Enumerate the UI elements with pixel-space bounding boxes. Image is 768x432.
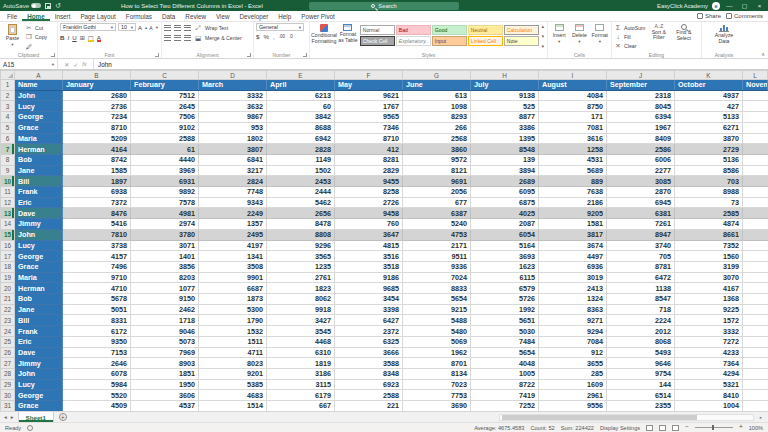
cell-H26[interactable]: 5654 (471, 347, 539, 358)
cell-F28[interactable]: 8348 (335, 368, 403, 379)
cell-A26[interactable]: Dave (15, 347, 63, 358)
merge-center-icon[interactable]: ⬓ (194, 34, 202, 42)
new-sheet-button[interactable]: + (59, 413, 67, 421)
cell-E14[interactable]: 8478 (267, 219, 335, 230)
formula-input[interactable]: John (94, 59, 768, 69)
zoom-slider-knob[interactable] (712, 425, 714, 430)
decrease-decimal-button[interactable]: .0 (289, 34, 293, 39)
cell-F8[interactable]: 8281 (335, 154, 403, 165)
cell-J23[interactable]: 2224 (607, 315, 675, 326)
sheet-nav-right-icon[interactable]: ▸ (11, 414, 14, 420)
comments-button[interactable]: Comments (726, 13, 763, 19)
cell-J18[interactable]: 8781 (607, 261, 675, 272)
font-dialog-launcher[interactable] (155, 53, 159, 57)
cell-E5[interactable]: 8688 (267, 122, 335, 133)
cell-I19[interactable]: 3019 (539, 272, 607, 283)
cell-L26[interactable] (743, 347, 768, 358)
bold-button[interactable]: B (60, 34, 64, 41)
cell-E10[interactable]: 2453 (267, 176, 335, 187)
cell-A4[interactable]: George (15, 112, 63, 123)
cell-A1[interactable]: Name (15, 80, 63, 91)
cell-B7[interactable]: 4164 (63, 144, 131, 155)
cell-H21[interactable]: 5726 (471, 294, 539, 305)
font-size-select[interactable]: 10▾ (118, 23, 136, 31)
find-select-button[interactable]: Find & Select (672, 23, 695, 51)
fill-button[interactable]: ↓Fill (614, 33, 645, 41)
font-color-button[interactable]: A (97, 34, 101, 42)
cell-D26[interactable]: 4711 (199, 347, 267, 358)
cell-D25[interactable]: 1511 (199, 336, 267, 347)
row-header-30[interactable]: 30 (1, 390, 15, 401)
cell-F10[interactable]: 9455 (335, 176, 403, 187)
ribbon-tab-home[interactable]: Home (22, 11, 50, 21)
row-header-21[interactable]: 21 (1, 294, 15, 305)
sheet-nav-left-icon[interactable]: ◂ (4, 414, 7, 420)
ribbon-tab-data[interactable]: Data (157, 11, 180, 21)
row-header-19[interactable]: 19 (1, 272, 15, 283)
cell-A23[interactable]: Bill (15, 315, 63, 326)
row-header-3[interactable]: 3 (1, 101, 15, 112)
align-right-icon[interactable] (184, 35, 191, 41)
column-header-f[interactable]: F (335, 71, 403, 80)
cell-L1[interactable]: November (743, 80, 768, 91)
cell-style-good[interactable]: Good (432, 25, 467, 35)
cell-C20[interactable]: 1077 (131, 283, 199, 294)
cell-K11[interactable]: 8988 (675, 187, 743, 198)
cell-I17[interactable]: 4497 (539, 251, 607, 262)
cell-D12[interactable]: 9343 (199, 197, 267, 208)
cell-B10[interactable]: 1897 (63, 176, 131, 187)
cell-K17[interactable]: 1560 (675, 251, 743, 262)
row-header-14[interactable]: 14 (1, 219, 15, 230)
close-button[interactable]: × (754, 0, 765, 11)
cell-E6[interactable]: 6942 (267, 133, 335, 144)
cell-D28[interactable]: 9201 (199, 368, 267, 379)
cell-K27[interactable]: 7364 (675, 358, 743, 369)
ribbon-tab-formulas[interactable]: Formulas (121, 11, 157, 21)
cell-J13[interactable]: 6381 (607, 208, 675, 219)
share-button[interactable]: Share (697, 13, 721, 19)
cell-B12[interactable]: 7372 (63, 197, 131, 208)
merge-center-button[interactable]: Merge & Center (205, 35, 242, 41)
cell-B18[interactable]: 7496 (63, 261, 131, 272)
cell-L11[interactable] (743, 187, 768, 198)
cell-J20[interactable]: 1138 (607, 283, 675, 294)
cell-A8[interactable]: Bob (15, 154, 63, 165)
cell-D22[interactable]: 5300 (199, 304, 267, 315)
cell-D5[interactable]: 953 (199, 122, 267, 133)
clear-button[interactable]: ✕Clear (614, 42, 645, 50)
scroll-right-icon[interactable]: ▸ (760, 415, 762, 420)
cell-E22[interactable]: 9918 (267, 304, 335, 315)
cell-A14[interactable]: Jimmy (15, 219, 63, 230)
cell-A27[interactable]: Jimmy (15, 358, 63, 369)
horizontal-scrollbar[interactable] (499, 414, 754, 421)
cell-E7[interactable]: 2828 (267, 144, 335, 155)
cell-K31[interactable]: 1004 (675, 401, 743, 411)
cell-J28[interactable]: 9754 (607, 368, 675, 379)
display-settings-button[interactable]: Display Settings (600, 425, 640, 431)
cell-I20[interactable]: 2413 (539, 283, 607, 294)
cell-D6[interactable]: 1802 (199, 133, 267, 144)
cell-C4[interactable]: 7506 (131, 112, 199, 123)
zoom-in-icon[interactable]: + (739, 424, 743, 431)
cell-J8[interactable]: 6006 (607, 154, 675, 165)
cell-C24[interactable]: 9046 (131, 326, 199, 337)
column-header-k[interactable]: K (675, 71, 743, 80)
cell-C23[interactable]: 1718 (131, 315, 199, 326)
cell-F23[interactable]: 6427 (335, 315, 403, 326)
cell-I18[interactable]: 6936 (539, 261, 607, 272)
cell-K22[interactable]: 9225 (675, 304, 743, 315)
conditional-formatting-button[interactable]: Conditional Formatting (312, 23, 336, 51)
name-box[interactable]: A15 ▾ (0, 59, 58, 69)
row-header-16[interactable]: 16 (1, 240, 15, 251)
cell-C25[interactable]: 5073 (131, 336, 199, 347)
cell-K9[interactable]: 8586 (675, 165, 743, 176)
cell-C13[interactable]: 4981 (131, 208, 199, 219)
cell-C30[interactable]: 3606 (131, 390, 199, 401)
cell-C10[interactable]: 6931 (131, 176, 199, 187)
insert-cells-button[interactable]: Insert▾ (550, 23, 568, 51)
increase-decimal-button[interactable]: .00 (279, 34, 285, 39)
cell-J5[interactable]: 1967 (607, 122, 675, 133)
cell-L16[interactable] (743, 240, 768, 251)
normal-view-icon[interactable] (646, 425, 653, 431)
cell-H10[interactable]: 2689 (471, 176, 539, 187)
